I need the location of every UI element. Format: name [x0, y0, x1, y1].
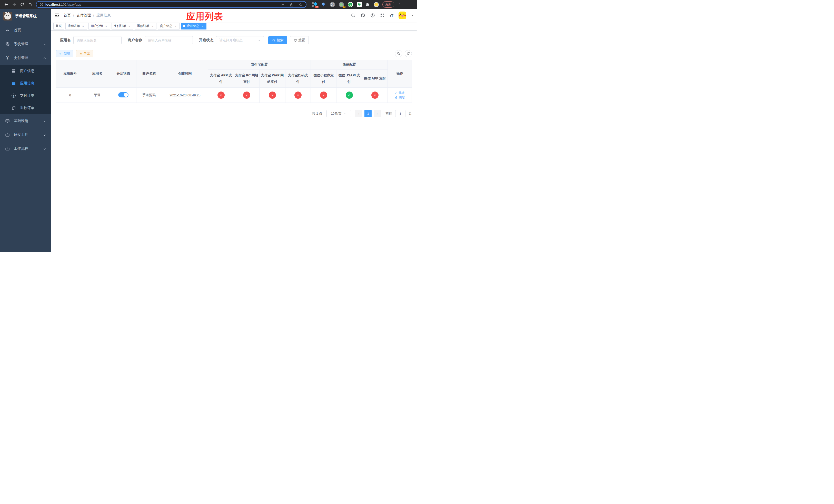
extension-badge: 1 [344, 6, 346, 8]
group-wechat-config: 微信配置 [311, 60, 388, 70]
sidebar-item-pay-order[interactable]: ¥ 支付订单 [0, 90, 51, 102]
reset-button[interactable]: 重置 [290, 36, 309, 44]
app-table: 应用编号 应用名 开启状态 商户名称 创建时间 支付宝配置 微信配置 操作 支付… [56, 60, 412, 103]
fontsize-icon[interactable]: тT [390, 14, 393, 18]
cell-app-name: 芋道 [84, 88, 110, 103]
next-page-button[interactable]: › [374, 110, 381, 117]
app-logo[interactable]: 芋道管理系统 [0, 9, 51, 23]
col-alipay-app: 支付宝 APP 支付 [208, 70, 234, 88]
extension-gem-icon[interactable] [321, 2, 326, 7]
status-badge-alipay-wap: × [269, 92, 276, 99]
search-button[interactable]: 搜索 [268, 36, 287, 44]
status-badge-alipay-qr: × [294, 92, 302, 99]
col-merchant: 商户名称 [136, 60, 162, 88]
github-icon[interactable] [360, 13, 365, 18]
dashboard-icon [5, 28, 10, 32]
share-icon[interactable] [289, 3, 294, 7]
sidebar-item-devtools[interactable]: 研发工具 [0, 128, 51, 142]
browser-toolbar: localhost:1024/pay/app 10 ⌘ 1 y 更新 ⋮ [0, 0, 417, 9]
tag-merchant-info[interactable]: 商户信息× [158, 23, 179, 29]
col-alipay-pc: 支付宝 PC 网站支付 [234, 70, 260, 88]
prev-page-button[interactable]: ‹ [355, 110, 363, 117]
breadcrumb-current: 应用信息 [96, 13, 111, 18]
refresh-icon [294, 39, 297, 42]
chevron-down-icon [43, 119, 46, 122]
sidebar: 芋道管理系统 首页 系统管理 ¥ 支付管理 商户信息 [0, 9, 51, 252]
download-icon [79, 52, 83, 55]
tag-user-group[interactable]: 用户分组× [88, 23, 110, 29]
sidebar-item-pay[interactable]: ¥ 支付管理 [0, 51, 51, 65]
sidebar-item-app-info[interactable]: 应用信息 [0, 77, 51, 90]
briefcase-icon [5, 146, 10, 151]
export-button[interactable]: 导出 [76, 50, 93, 57]
url-text[interactable]: localhost:1024/pay/app [45, 3, 275, 6]
extension-vue-icon[interactable]: y [348, 2, 353, 7]
chevron-down-icon [43, 43, 46, 46]
close-icon[interactable]: × [104, 24, 108, 28]
breadcrumb-pay[interactable]: 支付管理 [76, 13, 91, 18]
fullscreen-icon[interactable] [380, 13, 385, 18]
monitor-chart-icon [5, 119, 10, 123]
password-key-icon[interactable] [280, 3, 284, 7]
cell-status [110, 88, 136, 103]
app-name-input[interactable] [73, 36, 122, 44]
home-icon[interactable] [28, 2, 32, 7]
status-badge-wx-lite: × [320, 92, 327, 99]
close-icon[interactable]: × [174, 24, 177, 28]
sidebar-item-refund-order[interactable]: 退款订单 [0, 102, 51, 114]
sidebar-item-home[interactable]: 首页 [0, 23, 51, 37]
extension-recorder-icon[interactable]: 1 [338, 2, 344, 7]
col-wx-app: 微信 APP 支付 [362, 70, 388, 88]
tag-process-form[interactable]: 流程表单× [65, 23, 87, 29]
page-button-1[interactable]: 1 [365, 110, 372, 117]
col-alipay-qr: 支付宝扫码支付 [285, 70, 311, 88]
address-bar[interactable]: localhost:1024/pay/app [36, 1, 306, 8]
tag-refund-order[interactable]: 退款订单× [135, 23, 156, 29]
chevron-up-icon [43, 56, 46, 60]
site-info-icon[interactable] [40, 3, 43, 6]
reload-icon[interactable] [20, 2, 24, 7]
sidebar-item-workflow[interactable]: 工作流程 [0, 142, 51, 156]
extensions-puzzle-icon[interactable] [366, 2, 370, 7]
close-icon[interactable]: × [81, 24, 85, 28]
edit-link[interactable]: 修改 [395, 91, 405, 95]
status-badge-alipay-pc: × [243, 92, 250, 99]
tag-app-info[interactable]: 应用信息× [181, 23, 206, 29]
close-icon[interactable]: × [151, 24, 154, 28]
help-icon[interactable] [370, 13, 375, 18]
close-icon[interactable]: × [128, 24, 131, 28]
enable-toggle[interactable] [118, 92, 129, 97]
sidebar-item-merchant-info[interactable]: 商户信息 [0, 65, 51, 77]
bookmark-star-icon[interactable] [299, 3, 303, 7]
back-icon[interactable] [4, 2, 8, 7]
status-select[interactable]: 请选择开启状态 [216, 36, 264, 44]
add-button[interactable]: + 新增 [56, 50, 73, 57]
sidebar-item-infra[interactable]: 基础设施 [0, 114, 51, 128]
pay-submenu: 商户信息 应用信息 ¥ 支付订单 退款订单 [0, 65, 51, 114]
menu-kebab-icon[interactable]: ⋮ [398, 3, 402, 6]
extension-chat-icon[interactable] [356, 2, 362, 7]
extension-collection-icon[interactable]: 10 [312, 2, 317, 7]
hamburger-icon[interactable] [54, 13, 60, 18]
delete-link[interactable]: 删除 [395, 95, 405, 99]
page-size-select[interactable]: 10条/页 [327, 110, 351, 117]
merchant-name-input[interactable] [145, 36, 193, 44]
sidebar-item-system[interactable]: 系统管理 [0, 37, 51, 51]
tag-home[interactable]: 首页 [53, 23, 64, 29]
user-avatar[interactable] [398, 12, 406, 19]
extension-command-icon[interactable]: ⌘ [330, 2, 335, 7]
goto-page-input[interactable] [395, 110, 405, 117]
update-button[interactable]: 更新 [382, 1, 394, 8]
forward-icon[interactable] [12, 2, 16, 7]
app-title: 芋道管理系统 [15, 14, 37, 19]
search-icon[interactable] [351, 13, 355, 18]
goto-label: 前往 [386, 111, 392, 116]
close-icon[interactable]: × [201, 24, 204, 28]
breadcrumb-home[interactable]: 首页 [64, 13, 71, 18]
caret-down-icon[interactable] [411, 15, 413, 17]
col-app-name: 应用名 [84, 60, 110, 88]
tag-pay-order[interactable]: 支付订单× [112, 23, 133, 29]
refresh-table-button[interactable] [405, 50, 412, 57]
toggle-search-button[interactable] [395, 50, 402, 57]
browser-profile-avatar[interactable] [373, 2, 379, 7]
